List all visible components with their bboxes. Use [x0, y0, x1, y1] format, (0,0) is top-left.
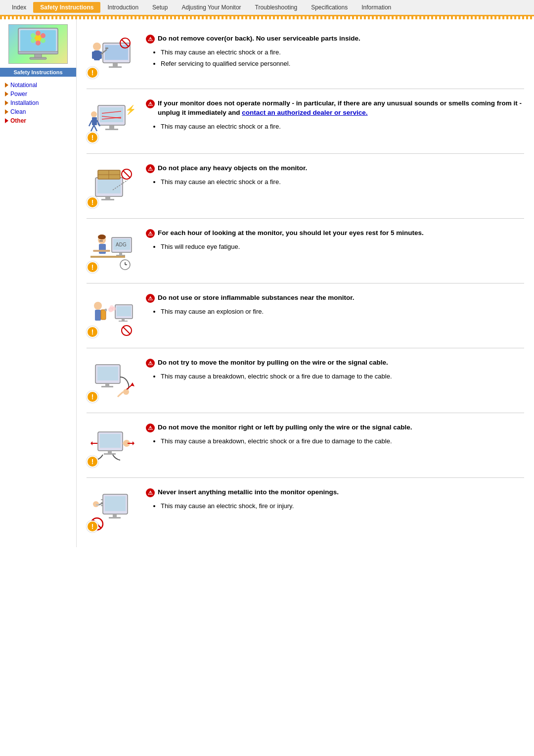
- svg-rect-11: [18, 51, 58, 54]
- warning-badge-2: !: [87, 132, 98, 143]
- svg-rect-18: [92, 51, 95, 59]
- svg-point-6: [31, 38, 36, 43]
- item-bullets-6: This may cause a breakdown, electric sho…: [146, 372, 524, 382]
- svg-rect-95: [109, 517, 121, 519]
- item-image-6: !: [87, 358, 136, 403]
- main-layout: Safety Instructions Notational Power Ins…: [0, 19, 534, 547]
- nav-setup[interactable]: Setup: [145, 2, 175, 13]
- nav-troubleshooting[interactable]: Troubleshooting: [248, 2, 305, 13]
- nav-specifications[interactable]: Specifications: [304, 2, 355, 13]
- svg-point-79: [123, 389, 129, 395]
- svg-point-16: [93, 43, 101, 50]
- sidebar-title: Safety Instructions: [0, 68, 76, 77]
- warning-badge-5: !: [87, 326, 98, 338]
- sidebar-item-installation[interactable]: Installation: [5, 99, 71, 106]
- warn-icon-5: ⚠: [146, 294, 155, 303]
- warn-icon-2: ⚠: [146, 99, 155, 108]
- svg-point-3: [36, 31, 41, 36]
- svg-point-4: [31, 33, 36, 38]
- sidebar-item-clean[interactable]: Clean: [5, 108, 71, 115]
- item-bullets-2: This may cause an electric shock or a fi…: [146, 122, 524, 132]
- item-title-3: ⚠ Do not place any heavy objects on the …: [146, 164, 524, 173]
- bullet-4-1: This will reduce eye fatigue.: [161, 242, 524, 252]
- svg-line-36: [91, 125, 94, 131]
- item-bullets-4: This will reduce eye fatigue.: [146, 242, 524, 252]
- item-image-4: ADG: [87, 229, 136, 273]
- warning-badge-7: !: [87, 456, 98, 468]
- svg-point-8: [36, 41, 41, 46]
- nav-information[interactable]: Information: [355, 2, 398, 13]
- sidebar-item-other[interactable]: Other: [5, 117, 71, 124]
- item-title-4: ⚠ For each hour of looking at the monito…: [146, 229, 524, 238]
- svg-rect-14: [113, 63, 118, 67]
- sidebar-item-notational[interactable]: Notational: [5, 82, 71, 89]
- nav-introduction[interactable]: Introduction: [100, 2, 145, 13]
- svg-rect-52: [116, 255, 125, 256]
- svg-line-74: [123, 327, 130, 334]
- item-title-7: ⚠ Do not move the monitor right or left …: [146, 423, 524, 432]
- svg-point-72: [110, 305, 114, 309]
- svg-rect-19: [99, 51, 102, 59]
- svg-point-5: [41, 33, 45, 38]
- sidebar-illustration: [11, 26, 65, 63]
- item-image-3: !: [87, 164, 136, 208]
- svg-rect-69: [105, 309, 107, 311]
- warning-badge-3: !: [87, 196, 98, 208]
- item-image-5: !: [87, 293, 136, 338]
- nav-bar: Index Safety Instructions Introduction S…: [0, 0, 534, 16]
- svg-rect-13: [105, 45, 128, 60]
- bullet-1-2: Refer servicing to qualified service per…: [161, 59, 524, 69]
- arrow-clean: [5, 109, 8, 114]
- nav-index[interactable]: Index: [5, 2, 33, 13]
- bullet-3-1: This may cause an electric shock or a fi…: [161, 177, 524, 188]
- warning-badge-1: !: [87, 67, 98, 79]
- svg-rect-98: [101, 505, 103, 506]
- item-bullets-1: This may cause an electric shock or a fi…: [146, 47, 524, 69]
- warn-icon-8: ⚠: [146, 488, 155, 497]
- warn-icon-6: ⚠: [146, 359, 155, 368]
- svg-marker-91: [90, 441, 92, 445]
- svg-rect-15: [109, 66, 122, 68]
- safety-item-6: ! ⚠ Do not try to move the monitor by pu…: [87, 348, 524, 413]
- item-text-2: ⚠ If your monitor does not operate norma…: [146, 99, 524, 133]
- svg-rect-41: [101, 199, 114, 200]
- warning-badge-8: !: [87, 520, 98, 532]
- svg-line-37: [94, 125, 97, 131]
- safety-item-1: ! ⚠ Do not remove cover(or back). No use…: [87, 24, 524, 89]
- svg-rect-30: [105, 129, 118, 130]
- svg-rect-78: [101, 386, 113, 387]
- item-text-1: ⚠ Do not remove cover(or back). No user …: [146, 34, 524, 70]
- warning-badge-4: !: [87, 261, 98, 273]
- item-image-8: !: [87, 488, 136, 532]
- svg-point-7: [41, 38, 45, 43]
- svg-rect-55: [99, 244, 106, 254]
- authorized-dealer-link[interactable]: contact an authorized dealer or service.: [242, 109, 367, 116]
- bullet-7-1: This may cause a breakdown, electric sho…: [161, 436, 524, 447]
- item-text-6: ⚠ Do not try to move the monitor by pull…: [146, 358, 524, 383]
- sidebar-item-power[interactable]: Power: [5, 91, 71, 97]
- item-title-1: ⚠ Do not remove cover(or back). No user …: [146, 34, 524, 44]
- svg-text:⚡: ⚡: [125, 104, 135, 115]
- warning-badge-6: !: [87, 391, 98, 403]
- svg-rect-65: [119, 321, 128, 322]
- sidebar-image: [8, 24, 68, 64]
- sidebar-nav: Notational Power Installation Clean Othe…: [0, 82, 76, 124]
- arrow-installation: [5, 100, 8, 105]
- nav-adjusting[interactable]: Adjusting Your Monitor: [175, 2, 248, 13]
- svg-rect-25: [100, 107, 123, 122]
- item-bullets-5: This may cause an explosion or fire.: [146, 307, 524, 317]
- warn-icon-3: ⚠: [146, 164, 155, 173]
- bullet-5-1: This may cause an explosion or fire.: [161, 307, 524, 317]
- safety-item-2: ⚡ ! ⚠ If your monitor does not operate n…: [87, 89, 524, 154]
- item-bullets-8: This may cause an electric shock, fire o…: [146, 501, 524, 512]
- nav-safety-instructions[interactable]: Safety Instructions: [33, 2, 100, 13]
- svg-marker-89: [133, 441, 134, 445]
- svg-rect-93: [105, 496, 126, 511]
- bullet-8-1: This may cause an electric shock, fire o…: [161, 501, 524, 512]
- svg-text:ADG: ADG: [116, 242, 127, 247]
- svg-rect-56: [93, 250, 110, 252]
- item-title-2: ⚠ If your monitor does not operate norma…: [146, 99, 524, 118]
- svg-rect-76: [97, 367, 118, 380]
- svg-rect-101: [96, 504, 99, 506]
- svg-rect-29: [109, 125, 114, 129]
